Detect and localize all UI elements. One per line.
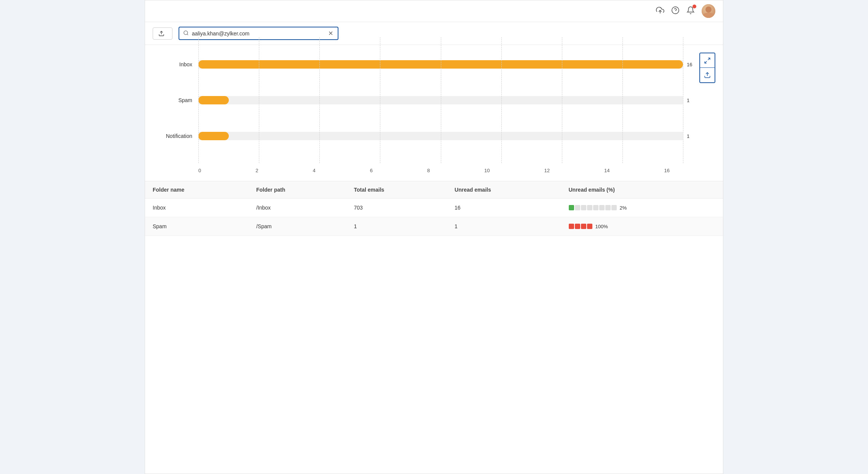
bar-value: 1	[687, 133, 696, 139]
bar-label: Notification	[153, 133, 198, 139]
maximize-chart-button[interactable]	[700, 53, 715, 68]
grid-line	[319, 109, 320, 163]
table-column-header: Folder path	[249, 181, 346, 199]
search-input[interactable]	[192, 30, 327, 37]
header-right	[656, 4, 715, 18]
total-emails-cell: 703	[346, 199, 447, 217]
avatar-image	[702, 4, 715, 18]
svg-line-6	[708, 58, 710, 60]
x-axis-label: 10	[484, 168, 490, 173]
progress-cell: 2%	[569, 205, 716, 211]
progress-segment	[581, 205, 586, 210]
chart-area: Inbox 16 Spam 1 Notification 1	[145, 45, 723, 173]
table-body: Inbox /Inbox 703 16 2% Spam /Spam 1 1 10…	[145, 199, 723, 236]
grid-line	[441, 109, 441, 163]
grid-line	[562, 109, 562, 163]
x-axis-label: 14	[604, 168, 610, 173]
bar-fill	[198, 96, 229, 104]
table-header: Folder nameFolder pathTotal emailsUnread…	[145, 181, 723, 199]
x-axis-labels: 0246810121416	[198, 168, 670, 173]
grid-line	[198, 109, 199, 163]
bar-value: 1	[687, 98, 696, 103]
folder-name-cell: Inbox	[145, 199, 249, 217]
x-axis-label: 4	[313, 168, 315, 173]
svg-line-7	[705, 61, 707, 63]
grid-line	[259, 109, 259, 163]
x-axis-label: 16	[664, 168, 669, 173]
progress-cell: 100%	[569, 224, 716, 229]
bars-container	[198, 132, 683, 140]
x-axis-label: 2	[255, 168, 258, 173]
avatar[interactable]	[702, 4, 715, 18]
export-icon	[158, 30, 164, 37]
data-table: Folder nameFolder pathTotal emailsUnread…	[145, 181, 723, 236]
table-section: Folder nameFolder pathTotal emailsUnread…	[145, 181, 723, 236]
progress-pct-label: 100%	[595, 224, 608, 229]
progress-segment	[593, 205, 598, 210]
progress-segment	[569, 205, 574, 210]
grid-line	[380, 109, 380, 163]
cloud-upload-icon[interactable]	[656, 6, 664, 16]
grid-line	[501, 109, 502, 163]
bar-value: 16	[687, 62, 696, 67]
x-axis-label: 0	[198, 168, 201, 173]
folder-name-cell: Spam	[145, 217, 249, 236]
share-chart-button[interactable]	[700, 68, 715, 82]
progress-segment	[587, 205, 592, 210]
chart-wrapper: Inbox 16 Spam 1 Notification 1	[153, 53, 715, 173]
bar-label: Inbox	[153, 61, 198, 67]
export-button[interactable]	[153, 27, 172, 40]
toolbar-left: ✕	[153, 27, 338, 40]
total-emails-cell: 1	[346, 217, 447, 236]
progress-segment	[599, 205, 605, 210]
progress-segment	[575, 224, 580, 229]
bar-row: Spam 1	[153, 96, 696, 104]
progress-segment	[611, 205, 617, 210]
progress-segment	[575, 205, 580, 210]
x-axis-label: 8	[427, 168, 430, 173]
svg-point-1	[672, 6, 679, 13]
search-clear-button[interactable]: ✕	[327, 30, 334, 37]
header	[145, 0, 723, 22]
bar-fill	[198, 132, 229, 140]
table-column-header: Total emails	[346, 181, 447, 199]
chart-actions	[699, 53, 715, 83]
folder-path-cell: /Inbox	[249, 199, 346, 217]
x-axis-label: 6	[370, 168, 373, 173]
progress-segment	[587, 224, 592, 229]
bar-chart: Inbox 16 Spam 1 Notification 1	[153, 53, 696, 140]
x-axis: 0246810121416	[153, 168, 696, 173]
svg-point-4	[184, 30, 188, 34]
folder-path-cell: /Spam	[249, 217, 346, 236]
bar-row: Inbox 16	[153, 60, 696, 69]
x-axis-label: 12	[544, 168, 550, 173]
bars-container	[198, 96, 683, 104]
progress-bar	[569, 205, 617, 210]
bars-container	[198, 60, 683, 69]
toolbar: ✕	[145, 22, 723, 45]
bar-label: Spam	[153, 97, 198, 103]
search-icon	[183, 30, 189, 37]
notification-icon[interactable]	[686, 6, 695, 16]
table-row: Spam /Spam 1 1 100%	[145, 217, 723, 236]
svg-line-5	[187, 34, 188, 35]
progress-segment	[569, 224, 574, 229]
table-column-header: Folder name	[145, 181, 249, 199]
unread-emails-cell: 1	[447, 217, 561, 236]
table-row: Inbox /Inbox 703 16 2%	[145, 199, 723, 217]
progress-bar	[569, 224, 592, 229]
search-box: ✕	[179, 27, 338, 40]
help-icon[interactable]	[671, 6, 680, 16]
unread-pct-cell: 100%	[561, 217, 723, 236]
grid-line	[683, 109, 683, 163]
unread-emails-cell: 16	[447, 199, 561, 217]
notification-badge	[692, 5, 696, 8]
progress-segment	[581, 224, 586, 229]
progress-pct-label: 2%	[620, 205, 627, 211]
table-header-row: Folder nameFolder pathTotal emailsUnread…	[145, 181, 723, 199]
unread-pct-cell: 2%	[561, 199, 723, 217]
progress-segment	[605, 205, 611, 210]
table-column-header: Unread emails (%)	[561, 181, 723, 199]
table-column-header: Unread emails	[447, 181, 561, 199]
bar-row: Notification 1	[153, 132, 696, 140]
